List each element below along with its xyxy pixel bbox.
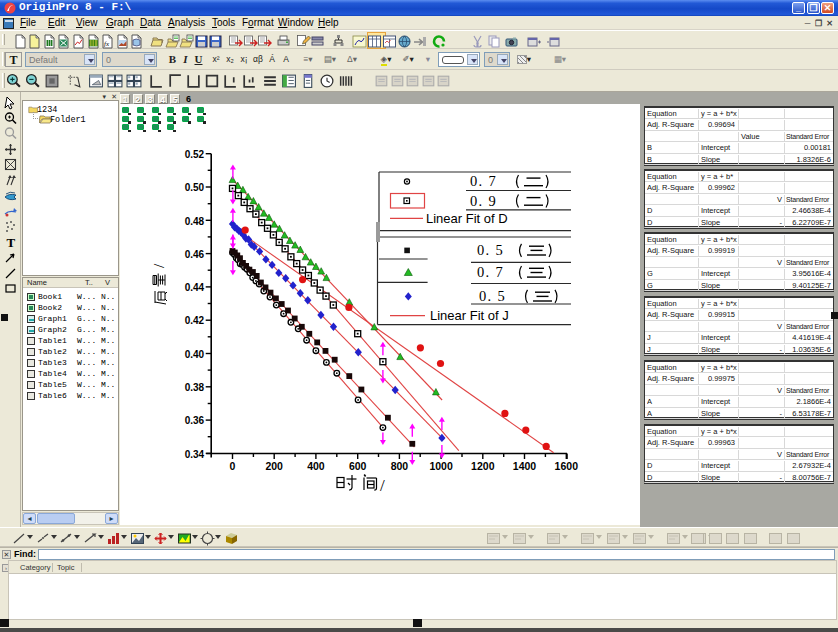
svg-text:Linear Fit of J: Linear Fit of J (430, 308, 509, 323)
svg-text:0.50: 0.50 (185, 182, 205, 193)
svg-text:600: 600 (349, 460, 367, 472)
svg-text:1600: 1600 (555, 460, 579, 472)
svg-text:T: T (7, 235, 16, 250)
svg-text:/: / (151, 263, 167, 268)
svg-text:0.44: 0.44 (185, 282, 205, 293)
svg-text:400: 400 (307, 460, 325, 472)
svg-text:0.40: 0.40 (185, 349, 205, 360)
svg-text:0. 9: 0. 9 (470, 193, 497, 209)
svg-text:fx: fx (104, 40, 110, 48)
svg-text:1200: 1200 (471, 460, 495, 472)
svg-text:0.52: 0.52 (185, 149, 205, 160)
svg-text:0.42: 0.42 (185, 315, 205, 326)
svg-text:0. 5: 0. 5 (479, 288, 506, 304)
svg-text:0: 0 (230, 460, 236, 472)
svg-text:Linear Fit of D: Linear Fit of D (426, 211, 508, 226)
svg-text:0.48: 0.48 (185, 216, 205, 227)
svg-text:1000: 1000 (429, 460, 453, 472)
svg-text:/: / (380, 476, 385, 495)
svg-text:0. 7: 0. 7 (477, 264, 504, 280)
svg-text:0.46: 0.46 (185, 249, 205, 260)
svg-text:0. 7: 0. 7 (470, 173, 497, 189)
svg-text:0.34: 0.34 (185, 449, 205, 460)
svg-text:1400: 1400 (513, 460, 537, 472)
svg-text:0.36: 0.36 (185, 415, 205, 426)
svg-text:200: 200 (265, 460, 283, 472)
svg-text:800: 800 (391, 460, 409, 472)
svg-text:0.38: 0.38 (185, 382, 205, 393)
svg-text:0. 5: 0. 5 (477, 242, 504, 258)
